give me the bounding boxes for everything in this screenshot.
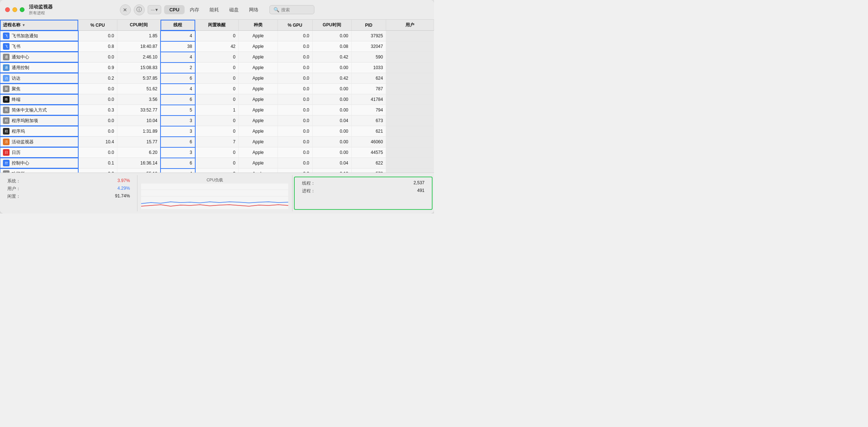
user-cell <box>386 105 434 116</box>
pid-cell: 673 <box>351 116 386 126</box>
th-name[interactable]: 进程名称 ▾ <box>0 20 78 31</box>
minimize-button[interactable] <box>12 7 17 12</box>
traffic-lights <box>5 7 24 12</box>
process-icon: 飞 <box>3 33 10 39</box>
cpu-time-cell: 18:40.87 <box>117 41 161 52</box>
threads-cell: 4 <box>161 84 195 94</box>
app-title-main: 活动监视器 <box>29 4 53 10</box>
table-row[interactable]: 活活动监视器10.415.7767Apple0.00.0046060 <box>0 137 434 147</box>
pid-cell: 794 <box>351 105 386 116</box>
th-cpu-pct[interactable]: % CPU <box>78 20 117 31</box>
cpu-pct-cell: 0.0 <box>78 84 117 94</box>
process-name-cell: 日日历 <box>0 147 78 158</box>
more-arrow-icon: ▾ <box>155 7 158 12</box>
process-name-label: 通知中心 <box>12 54 29 60</box>
cpu-time-cell: 1.85 <box>117 31 161 41</box>
cpu-pct-cell: 0.2 <box>78 73 117 84</box>
process-name-cell: 访访达 <box>0 73 78 83</box>
process-name-cell: 飞飞书加急通知 <box>0 31 78 41</box>
cpu-pct-cell: 0.0 <box>78 147 117 158</box>
table-row[interactable]: 访访达0.25:37.8560Apple0.00.42624 <box>0 73 434 84</box>
pid-cell: 1033 <box>351 63 386 73</box>
gpu-time-cell: 0.00 <box>312 84 351 94</box>
idle-wake-cell: 0 <box>195 158 239 169</box>
th-user[interactable]: 用户 <box>386 20 434 31</box>
user-cell <box>386 158 434 169</box>
kind-cell: Apple <box>239 169 278 173</box>
table-row[interactable]: 通通知中心0.02:46.1040Apple0.00.42590 <box>0 52 434 63</box>
idle-wake-cell: 0 <box>195 94 239 105</box>
table-row[interactable]: 功功能栏0.055.1640Apple0.00.12570 <box>0 169 434 173</box>
cpu-stats-section: 系统： 3.97% 用户： 4.29% 闲置： 91.74% <box>0 175 137 211</box>
table-row[interactable]: 日日历0.06.2030Apple0.00.0044575 <box>0 147 434 158</box>
threads-cell: 6 <box>161 73 195 84</box>
th-gpu-time[interactable]: GPU时间 <box>312 20 351 31</box>
idle-wake-cell: 0 <box>195 31 239 41</box>
gpu-time-cell: 0.00 <box>312 126 351 137</box>
threads-cell: 3 <box>161 116 195 126</box>
process-table-container[interactable]: 进程名称 ▾ % CPU CPU时间 线程 闲置唤醒 <box>0 20 434 173</box>
info-button[interactable]: ⓘ <box>133 4 144 15</box>
user-cell <box>386 116 434 126</box>
th-pid[interactable]: PID <box>351 20 386 31</box>
table-row[interactable]: 终终端0.03.5660Apple0.00.0041784 <box>0 94 434 105</box>
th-idle-wake[interactable]: 闲置唤醒 <box>195 20 239 31</box>
search-icon: 🔍 <box>273 7 279 12</box>
th-threads[interactable]: 线程 <box>161 20 195 31</box>
more-button[interactable]: ··· ▾ <box>147 5 161 14</box>
close-button[interactable] <box>5 7 10 12</box>
gpu-time-cell: 0.00 <box>312 105 351 116</box>
tab-disk[interactable]: 磁盘 <box>224 5 244 15</box>
table-row[interactable]: 程程序坞0.01:31.8930Apple0.00.00621 <box>0 126 434 137</box>
pid-cell: 624 <box>351 73 386 84</box>
table-row[interactable]: 飞飞书加急通知0.01.8540Apple0.00.0037925 <box>0 31 434 41</box>
th-kind[interactable]: 种类 <box>239 20 278 31</box>
tab-cpu[interactable]: CPU <box>164 5 184 14</box>
cpu-load-chart <box>141 184 288 209</box>
threads-row: 线程： 2,537 <box>302 180 424 186</box>
stop-button[interactable]: ✕ <box>120 4 131 15</box>
th-gpu-pct[interactable]: % GPU <box>278 20 312 31</box>
gpu-pct-cell: 0.0 <box>278 31 312 41</box>
cpu-system-label: 系统： <box>7 178 20 184</box>
process-name-label: 日历 <box>12 150 20 156</box>
cpu-user-row: 用户： 4.29% <box>7 186 130 192</box>
idle-wake-cell: 0 <box>195 116 239 126</box>
search-area[interactable]: 🔍 <box>269 5 314 14</box>
table-row[interactable]: 聚聚焦0.051.6240Apple0.00.00787 <box>0 84 434 94</box>
cpu-time-cell: 51.62 <box>117 84 161 94</box>
activity-monitor-window: 活动监视器 所有进程 ✕ ⓘ ··· ▾ CPU 内存 能耗 磁盘 网络 🔍 <box>0 0 434 214</box>
user-cell <box>386 52 434 63</box>
pid-cell: 44575 <box>351 147 386 158</box>
gpu-pct-cell: 0.0 <box>278 94 312 105</box>
tab-energy[interactable]: 能耗 <box>204 5 224 15</box>
cpu-pct-cell: 0.9 <box>78 63 117 73</box>
tab-memory[interactable]: 内存 <box>185 5 204 15</box>
table-row[interactable]: 飞飞书0.818:40.873842Apple0.00.0832047 <box>0 41 434 52</box>
pid-cell: 37925 <box>351 31 386 41</box>
search-input[interactable] <box>281 7 310 12</box>
idle-wake-cell: 0 <box>195 126 239 137</box>
cpu-user-label: 用户： <box>7 186 20 192</box>
gpu-pct-cell: 0.0 <box>278 147 312 158</box>
gpu-time-cell: 0.04 <box>312 158 351 169</box>
th-cpu-time[interactable]: CPU时间 <box>117 20 161 31</box>
table-row[interactable]: 程程序坞附加项0.010.0430Apple0.00.04673 <box>0 116 434 126</box>
process-name-cell: 活活动监视器 <box>0 137 78 147</box>
idle-wake-cell: 0 <box>195 147 239 158</box>
threads-cell: 5 <box>161 105 195 116</box>
process-name-label: 程序坞附加项 <box>12 118 38 124</box>
fullscreen-button[interactable] <box>20 7 24 12</box>
process-name-label: 飞书加急通知 <box>12 33 38 39</box>
table-row[interactable]: 通通用控制0.915:08.8320Apple0.00.001033 <box>0 63 434 73</box>
cpu-time-cell: 5:37.85 <box>117 73 161 84</box>
table-row[interactable]: 简简体中文输入方式0.333:52.7751Apple0.00.00794 <box>0 105 434 116</box>
process-icon: 访 <box>3 75 10 82</box>
tab-network[interactable]: 网络 <box>244 5 264 15</box>
chart-title: CPU负载 <box>207 177 223 183</box>
kind-cell: Apple <box>239 94 278 105</box>
user-cell <box>386 137 434 147</box>
table-row[interactable]: 控控制中心0.116:36.1460Apple0.00.04622 <box>0 158 434 169</box>
process-icon: 飞 <box>3 43 10 50</box>
user-cell <box>386 31 434 41</box>
